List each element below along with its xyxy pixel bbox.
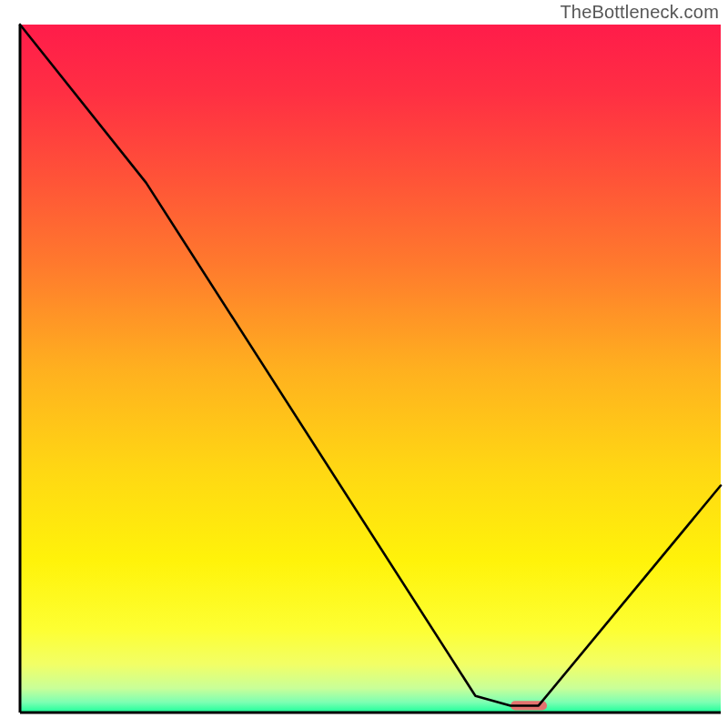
plot-background: [20, 25, 721, 713]
chart-container: TheBottleneck.com: [0, 0, 728, 728]
watermark-label: TheBottleneck.com: [560, 2, 719, 23]
bottleneck-chart: [0, 0, 728, 728]
